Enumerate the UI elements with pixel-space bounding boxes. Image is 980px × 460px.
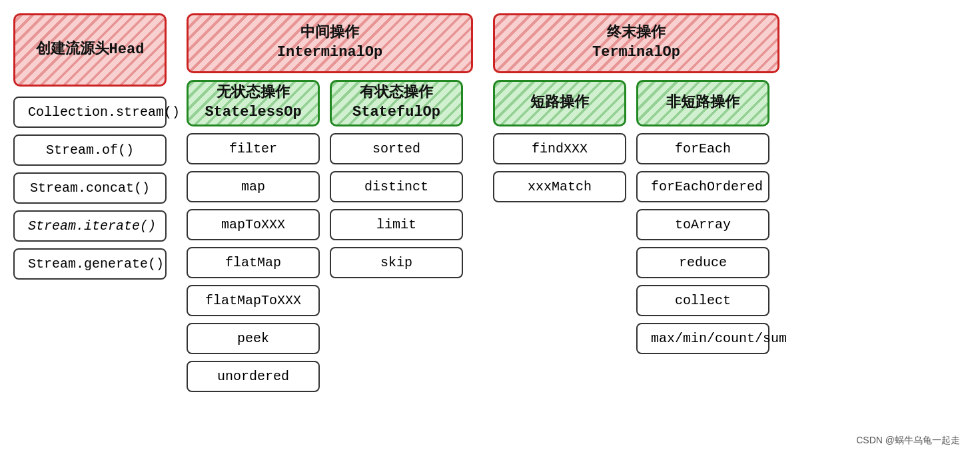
stateless-header: 无状态操作 StatelessOp — [187, 80, 320, 126]
stateless-item-6: unordered — [187, 361, 320, 392]
stateful-item-0: sorted — [330, 133, 463, 164]
short-circuit-item-0: findXXX — [493, 133, 626, 164]
non-sc-item-5: max/min/count/sum — [636, 323, 769, 354]
non-sc-item-4: collect — [636, 285, 769, 316]
stateless-item-1: map — [187, 171, 320, 202]
stateful-label: 有状态操作 StatefulOp — [352, 84, 440, 122]
section-intermediate: 中间操作 InterminalOp 无状态操作 StatelessOp filt… — [187, 13, 473, 392]
short-circuit-header: 短路操作 — [493, 80, 626, 126]
stateless-item-5: peek — [187, 323, 320, 354]
create-item-1: Stream.of() — [13, 134, 167, 166]
terminal-sub-headers: 短路操作 findXXX xxxMatch 非短路操作 forEach forE… — [493, 80, 779, 354]
terminal-header-label: 终末操作 TerminalOp — [592, 24, 680, 62]
non-short-circuit-label: 非短路操作 — [666, 94, 739, 113]
stateless-item-0: filter — [187, 133, 320, 164]
stateful-item-1: distinct — [330, 171, 463, 202]
intermediate-sub-headers: 无状态操作 StatelessOp filter map mapToXXX fl… — [187, 80, 473, 392]
create-item-3: Stream.iterate() — [13, 210, 167, 242]
create-item-2: Stream.concat() — [13, 172, 167, 204]
short-circuit-item-1: xxxMatch — [493, 171, 626, 202]
intermediate-header: 中间操作 InterminalOp — [187, 13, 473, 73]
non-short-circuit-col: 非短路操作 forEach forEachOrdered toArray red… — [636, 80, 769, 354]
stateless-item-3: flatMap — [187, 247, 320, 278]
stateless-col: 无状态操作 StatelessOp filter map mapToXXX fl… — [187, 80, 320, 392]
non-sc-item-0: forEach — [636, 133, 769, 164]
stateless-item-2: mapToXXX — [187, 209, 320, 240]
stateful-col: 有状态操作 StatefulOp sorted distinct limit s… — [330, 80, 463, 392]
stateless-item-4: flatMapToXXX — [187, 285, 320, 316]
non-sc-item-3: reduce — [636, 247, 769, 278]
main-container: 创建流源头Head Collection.stream() Stream.of(… — [13, 13, 967, 428]
stateful-header: 有状态操作 StatefulOp — [330, 80, 463, 126]
terminal-header: 终末操作 TerminalOp — [493, 13, 779, 73]
non-sc-item-1: forEachOrdered — [636, 171, 769, 202]
section-create: 创建流源头Head Collection.stream() Stream.of(… — [13, 13, 167, 280]
short-circuit-label: 短路操作 — [530, 94, 589, 113]
short-circuit-col: 短路操作 findXXX xxxMatch — [493, 80, 626, 354]
intermediate-header-label: 中间操作 InterminalOp — [277, 24, 382, 62]
non-short-circuit-header: 非短路操作 — [636, 80, 769, 126]
create-header: 创建流源头Head — [13, 13, 167, 87]
stateful-item-2: limit — [330, 209, 463, 240]
create-item-0: Collection.stream() — [13, 97, 167, 128]
non-sc-item-2: toArray — [636, 209, 769, 240]
section-terminal: 终末操作 TerminalOp 短路操作 findXXX xxxMatch — [493, 13, 779, 354]
stateful-item-3: skip — [330, 247, 463, 278]
stateless-label: 无状态操作 StatelessOp — [205, 84, 301, 122]
footer-note: CSDN @蜗牛乌龟一起走 — [13, 435, 967, 447]
create-header-label: 创建流源头Head — [36, 41, 145, 60]
create-item-4: Stream.generate() — [13, 248, 167, 280]
